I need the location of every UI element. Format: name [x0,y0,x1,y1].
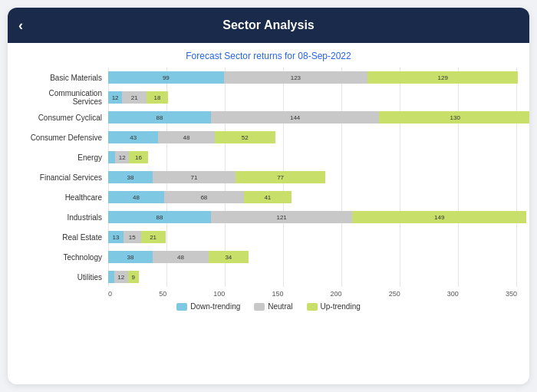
bar-segment-up: 41 [244,191,292,203]
page-title: Sector Analysis [222,18,314,31]
table-row: Basic Materials99123129 [20,68,517,87]
bar-segment-neutral: 48 [153,251,209,263]
bar-segment-down: 88 [108,211,211,223]
x-axis-label: 300 [447,290,459,298]
table-row: Utilities129 [20,267,517,287]
bar-segment-down: 38 [108,171,153,183]
legend: Down-trending Neutral Up-trending [20,302,517,311]
bar-segment-down: 12 [108,91,122,104]
bar-segment-neutral: 71 [153,171,236,183]
sector-label: Consumer Cyclical [20,114,108,122]
bar-area: 1216 [108,151,517,163]
bar-area: 129 [108,271,517,283]
sector-label: Financial Services [20,173,108,182]
bar-segment-neutral: 144 [211,111,379,124]
bar-segment-up: 21 [141,231,166,243]
bar-segment-down: 43 [108,131,158,143]
table-row: Real Estate131521 [20,227,517,247]
table-row: Communication Services122118 [20,87,517,107]
table-row: Energy1216 [20,147,517,167]
table-row: Healthcare486841 [20,187,517,207]
bar-segment-up: 34 [209,251,249,263]
bar-segment-neutral: 123 [224,71,367,84]
x-axis-label: 100 [213,290,225,298]
bar-segment-down: 99 [108,71,224,84]
bar-segment-neutral: 68 [164,191,244,203]
bar-segment-neutral: 12 [114,271,128,283]
bar-area: 88121149 [108,211,526,223]
bar-area: 387177 [108,171,517,183]
bar-segment-up: 129 [367,71,518,84]
sector-label: Energy [20,153,108,162]
bar-segment-up: 9 [128,271,139,283]
chart-subtitle: Forecast Sector returns for 08-Sep-2022 [20,51,517,61]
sector-label: Real Estate [20,233,108,242]
legend-up-icon [307,303,318,311]
sector-label: Consumer Defensive [20,133,108,142]
main-card: ‹ Sector Analysis Forecast Sector return… [8,8,529,384]
page-header: ‹ Sector Analysis [8,8,529,43]
bars-stack: Basic Materials99123129Communication Ser… [20,68,517,287]
x-axis-label: 50 [159,290,166,298]
table-row: Financial Services387177 [20,167,517,187]
legend-down-icon [176,303,187,311]
chart-area: Forecast Sector returns for 08-Sep-2022 … [8,43,529,317]
bar-area: 384834 [108,251,517,263]
bar-segment-down: 48 [108,191,164,203]
x-axis-label: 350 [506,290,517,298]
chart-wrapper: Basic Materials99123129Communication Ser… [20,68,517,287]
bar-area: 131521 [108,231,517,243]
table-row: Technology384834 [20,247,517,267]
bar-segment-up: 52 [215,131,275,143]
legend-up: Up-trending [307,302,361,311]
bar-segment-up: 77 [236,171,325,183]
bar-area: 122118 [108,91,517,104]
bar-segment-neutral: 48 [158,131,214,143]
bar-segment-down: 13 [108,231,124,243]
legend-neutral-icon [254,303,265,311]
legend-down: Down-trending [176,302,240,311]
sector-label: Communication Services [20,89,108,106]
bar-segment-neutral: 121 [211,211,352,223]
bar-area: 88144130 [108,111,529,124]
x-axis-label: 0 [108,290,112,298]
x-axis-label: 150 [272,290,283,298]
sector-label: Technology [20,253,108,262]
bar-segment-neutral: 21 [122,91,147,104]
bar-segment-up: 16 [129,151,147,163]
x-axis: 050100150200250300350 [108,290,517,298]
legend-up-label: Up-trending [321,302,361,311]
x-axis-label: 250 [389,290,400,298]
bar-segment-neutral: 15 [124,231,141,243]
bar-segment-up: 130 [379,111,529,124]
bar-segment-neutral: 12 [115,151,129,163]
bar-segment-up: 149 [352,211,526,223]
bar-area: 99123129 [108,71,518,84]
sector-label: Basic Materials [20,74,108,82]
table-row: Consumer Defensive434852 [20,127,517,147]
x-axis-row: 050100150200250300350 [20,290,517,298]
legend-neutral-label: Neutral [268,302,292,311]
legend-neutral: Neutral [254,302,292,311]
bar-segment-down [108,151,115,163]
bar-area: 434852 [108,131,517,143]
back-button[interactable]: ‹ [18,18,23,34]
bar-segment-up: 18 [147,91,167,104]
bar-segment-down: 88 [108,111,211,124]
table-row: Consumer Cyclical88144130 [20,107,517,127]
table-row: Industrials88121149 [20,207,517,227]
bar-area: 486841 [108,191,517,203]
x-axis-label: 200 [331,290,342,298]
sector-label: Healthcare [20,193,108,202]
bar-segment-down [108,271,114,283]
sector-label: Utilities [20,273,108,282]
sector-label: Industrials [20,213,108,222]
legend-down-label: Down-trending [190,302,240,311]
bar-segment-down: 38 [108,251,153,263]
